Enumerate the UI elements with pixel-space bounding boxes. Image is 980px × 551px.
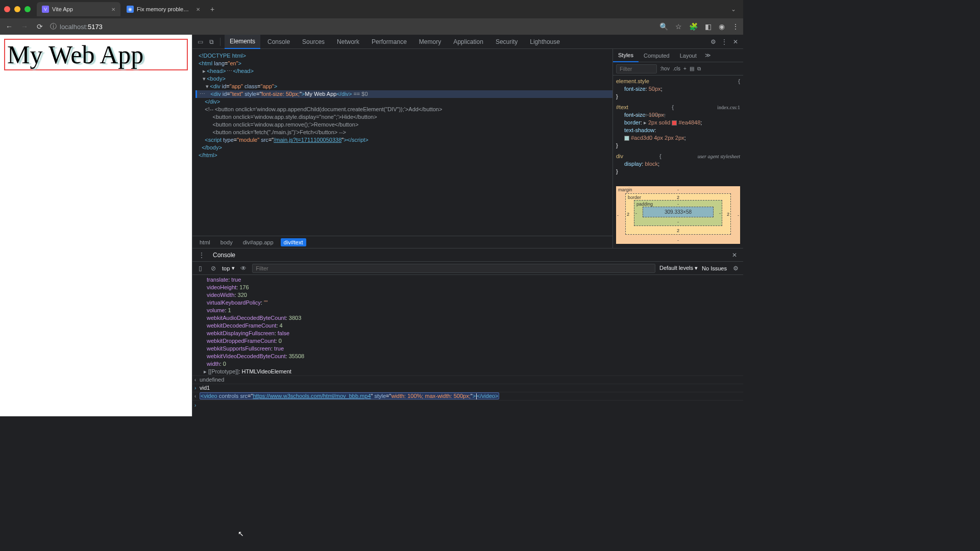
styles-rules[interactable]: element.style { font-size: 50px; } #text… (613, 76, 743, 182)
devtools-close-icon[interactable]: ✕ (731, 37, 740, 46)
console-prev-input: ›vid1 (192, 384, 743, 392)
log-levels-select[interactable]: Default levels ▾ (659, 265, 698, 271)
cls-toggle[interactable]: .cls (673, 66, 680, 71)
styles-more-tabs-icon[interactable]: ≫ (702, 49, 714, 62)
side-panel-icon[interactable]: ◧ (705, 22, 712, 31)
app-div-highlight: My Web App (4, 39, 188, 70)
drawer-tab-console[interactable]: Console (208, 249, 240, 261)
site-info-icon[interactable]: ⓘ (50, 22, 57, 31)
new-rule-button[interactable]: + (683, 66, 687, 71)
console-prompt[interactable]: › (192, 400, 743, 405)
computed-toggle-icon[interactable]: ⧉ (697, 66, 701, 72)
chrome-favicon-icon: ◉ (127, 6, 134, 13)
drawer-tabstrip: ⋮ Console ✕ (192, 248, 743, 262)
console-filter-input[interactable] (252, 264, 655, 273)
clear-console-icon[interactable]: ⊘ (209, 265, 218, 272)
tab-security[interactable]: Security (491, 35, 523, 48)
close-window-button[interactable] (4, 6, 10, 12)
window-controls (4, 6, 31, 12)
tab-layout[interactable]: Layout (675, 49, 702, 62)
tab-application[interactable]: Application (448, 35, 488, 48)
tab-title: Vite App (52, 6, 108, 12)
drawer-close-icon[interactable]: ✕ (729, 252, 740, 259)
box-model[interactable]: margin - - - - border 2 2 2 2 padding (616, 186, 740, 244)
console-toolbar: ▯ ⊘ top ▾ 👁 Default levels ▾ No Issues ⚙ (192, 262, 743, 275)
toolbar-right: 🔍 ☆ 🧩 ◧ ◉ ⋮ (659, 22, 739, 31)
execution-context-select[interactable]: top ▾ (222, 265, 235, 271)
styles-sidebar: Styles Computed Layout ≫ :hov .cls + ▤ ⧉… (612, 49, 743, 248)
forward-button[interactable]: → (19, 22, 30, 31)
tab-memory[interactable]: Memory (414, 35, 446, 48)
dom-breadcrumbs: html body div#app.app div#text (192, 236, 612, 248)
styles-tabstrip: Styles Computed Layout ≫ (613, 49, 743, 62)
browser-tab[interactable]: ◉ Fix memory problems | Dev ✕ (121, 2, 205, 16)
styles-filter-input[interactable] (616, 64, 657, 73)
selected-dom-node[interactable]: ⋯ <div id="text" style="font-size: 50px;… (195, 90, 612, 98)
crumb-app[interactable]: div#app.app (240, 238, 277, 246)
devtools-settings-icon[interactable]: ⚙ (708, 37, 718, 46)
browser-tab-active[interactable]: V Vite App ✕ (37, 2, 120, 16)
browser-tab-strip: V Vite App ✕ ◉ Fix memory problems | Dev… (0, 0, 743, 18)
live-expression-icon[interactable]: 👁 (239, 265, 248, 272)
flex-editor-icon[interactable]: ▤ (690, 66, 694, 71)
console-drawer: ⋮ Console ✕ ▯ ⊘ top ▾ 👁 Default levels ▾… (192, 248, 743, 416)
dom-more-icon[interactable]: ⋯ (199, 90, 206, 98)
devtools-tabstrip: ▭ ⧉ Elements Console Sources Network Per… (192, 35, 743, 49)
minimize-window-button[interactable] (14, 6, 20, 12)
tab-overflow-icon[interactable]: ⌄ (728, 6, 739, 13)
tab-title: Fix memory problems | Dev (137, 6, 193, 12)
tab-close-icon[interactable]: ✕ (111, 7, 115, 12)
separator (220, 38, 220, 46)
styles-toolbar: :hov .cls + ▤ ⧉ (613, 62, 743, 76)
console-settings-icon[interactable]: ⚙ (731, 265, 740, 272)
tab-strip: V Vite App ✕ ◉ Fix memory problems | Dev… (37, 2, 728, 16)
crumb-body[interactable]: body (217, 238, 236, 246)
rendered-page: My Web App (0, 35, 192, 416)
url-host: localhost: (60, 23, 88, 31)
hov-toggle[interactable]: :hov (660, 66, 670, 71)
new-tab-button[interactable]: + (206, 5, 218, 13)
extensions-icon[interactable]: 🧩 (689, 22, 698, 31)
address-bar[interactable]: ⓘ localhost:5173 (50, 22, 103, 31)
box-model-content: 309.333×58 (643, 207, 714, 217)
tab-elements[interactable]: Elements (225, 35, 260, 49)
elements-dom-tree[interactable]: <!DOCTYPE html> <html lang="en"> <head>⋯… (192, 49, 612, 236)
crumb-html[interactable]: html (197, 238, 213, 246)
page-heading: My Web App (7, 40, 185, 69)
tab-close-icon[interactable]: ✕ (196, 7, 200, 12)
bookmark-icon[interactable]: ☆ (675, 22, 682, 31)
maximize-window-button[interactable] (24, 6, 31, 12)
tab-console[interactable]: Console (262, 35, 295, 48)
browser-toolbar: ← → ⟳ ⓘ localhost:5173 🔍 ☆ 🧩 ◧ ◉ ⋮ (0, 18, 743, 35)
back-button[interactable]: ← (4, 22, 14, 31)
menu-icon[interactable]: ⋮ (732, 22, 739, 31)
console-sidebar-toggle-icon[interactable]: ▯ (195, 265, 205, 272)
reload-button[interactable]: ⟳ (35, 22, 45, 31)
zoom-icon[interactable]: 🔍 (659, 22, 668, 31)
tab-computed[interactable]: Computed (639, 49, 675, 62)
tab-lighthouse[interactable]: Lighthouse (525, 35, 565, 48)
url-port: 5173 (88, 23, 103, 31)
inspect-element-icon[interactable]: ▭ (195, 37, 205, 46)
tab-sources[interactable]: Sources (297, 35, 330, 48)
devtools-menu-icon[interactable]: ⋮ (720, 37, 729, 46)
tab-performance[interactable]: Performance (366, 35, 412, 48)
console-result-undefined: ‹undefined (192, 375, 743, 384)
drawer-menu-icon[interactable]: ⋮ (195, 252, 208, 259)
console-element-result[interactable]: ‹<video controls src="https://www.w3scho… (192, 392, 743, 400)
tab-styles[interactable]: Styles (613, 49, 639, 62)
console-output[interactable]: translate: truevideoHeight: 176videoWidt… (192, 275, 743, 416)
tab-network[interactable]: Network (332, 35, 364, 48)
profile-icon[interactable]: ◉ (719, 22, 725, 31)
device-toolbar-icon[interactable]: ⧉ (207, 37, 216, 46)
issues-link[interactable]: No Issues (702, 265, 727, 271)
crumb-text[interactable]: div#text (281, 238, 306, 246)
devtools: ▭ ⧉ Elements Console Sources Network Per… (192, 35, 743, 416)
vite-favicon-icon: V (42, 6, 49, 13)
